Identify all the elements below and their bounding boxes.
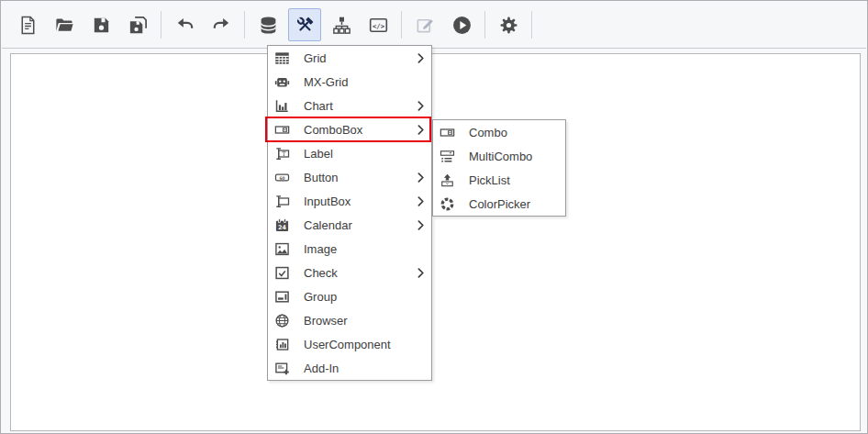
menu-item-label: Group	[304, 290, 425, 304]
chevron-right-icon	[417, 172, 425, 183]
menu-item-label: Chart	[304, 99, 417, 113]
database-icon	[258, 15, 279, 36]
menu-item-label: Grid	[304, 51, 417, 65]
group-icon	[273, 289, 290, 305]
chevron-right-icon	[417, 125, 425, 135]
menu-item-chart[interactable]: Chart	[268, 94, 431, 117]
svg-text:T: T	[282, 150, 286, 158]
browser-icon	[273, 313, 290, 328]
open-folder-button[interactable]	[48, 8, 81, 41]
save-icon	[91, 15, 112, 36]
grid-icon	[273, 50, 290, 66]
edit-button	[408, 8, 441, 41]
submenu-item-label: Combo	[469, 126, 559, 139]
sitemap-icon	[331, 15, 352, 36]
combo-icon	[439, 125, 455, 140]
toolbar-separator	[531, 11, 532, 39]
open-folder-icon	[54, 15, 75, 36]
menu-item-label: InputBox	[304, 195, 417, 208]
menu-item-label: Button	[304, 171, 417, 184]
svg-text:24: 24	[278, 223, 286, 230]
menu-item-inputbox[interactable]: InputBox	[268, 189, 431, 213]
menu-item-label: Check	[304, 266, 417, 280]
toolbar-separator	[161, 11, 161, 39]
undo-button[interactable]	[168, 8, 201, 41]
menu-item-label: UserComponent	[304, 338, 425, 351]
menu-item-label: Label	[304, 147, 425, 161]
addin-icon	[273, 361, 290, 376]
chevron-right-icon	[417, 220, 425, 230]
svg-text:</>: </>	[373, 21, 385, 29]
menu-item-image[interactable]: Image	[268, 237, 431, 261]
toolbar-separator	[401, 11, 402, 39]
menu-item-button[interactable]: GOButton	[268, 165, 431, 189]
undo-icon	[174, 15, 195, 36]
picklist-icon	[439, 172, 455, 188]
submenu-item-multicombo[interactable]: MultiCombo	[433, 144, 565, 168]
combobox-icon	[273, 122, 290, 138]
check-icon	[273, 265, 290, 281]
menu-item-calendar[interactable]: 24Calendar	[268, 213, 431, 237]
menu-item-combobox[interactable]: ComboBox	[268, 117, 431, 141]
new-file-icon	[17, 15, 39, 36]
menu-item-label: Calendar	[304, 218, 417, 232]
design-canvas[interactable]	[10, 53, 861, 431]
menu-item-label: Browser	[304, 314, 425, 328]
mx-grid-icon	[273, 74, 290, 90]
chevron-right-icon	[417, 53, 425, 63]
submenu-item-picklist[interactable]: PickList	[433, 168, 565, 192]
tools-button[interactable]	[288, 8, 321, 41]
multicombo-icon	[439, 149, 455, 164]
menu-item-add-in[interactable]: Add-In	[268, 356, 431, 380]
button-icon: GO	[273, 170, 290, 185]
save-button[interactable]	[84, 8, 117, 41]
menu-item-usercomponent[interactable]: UserComponent	[268, 332, 431, 356]
run-button[interactable]	[445, 8, 478, 41]
usercomponent-icon	[273, 337, 290, 352]
submenu-item-colorpicker[interactable]: ColorPicker	[433, 192, 565, 216]
inputbox-icon	[273, 194, 290, 209]
app-window: </> GridMX-GridChartComboBoxTLabelGOButt…	[0, 0, 868, 434]
component-menu: GridMX-GridChartComboBoxTLabelGOButtonIn…	[267, 45, 432, 381]
submenu-item-label: ColorPicker	[469, 197, 559, 211]
menu-item-grid[interactable]: Grid	[268, 46, 431, 70]
edit-icon	[415, 15, 436, 36]
svg-text:GO: GO	[279, 174, 284, 180]
database-button[interactable]	[251, 8, 284, 41]
save-all-button[interactable]	[121, 8, 154, 41]
chart-icon	[273, 98, 290, 114]
new-file-button[interactable]	[11, 8, 44, 41]
label-icon: T	[273, 146, 290, 161]
chevron-right-icon	[417, 196, 425, 206]
combobox-submenu: ComboMultiComboPickListColorPicker	[432, 119, 566, 217]
submenu-item-combo[interactable]: Combo	[433, 120, 565, 144]
menu-item-mx-grid[interactable]: MX-Grid	[268, 70, 431, 94]
redo-button[interactable]	[205, 8, 238, 41]
menu-item-label: ComboBox	[304, 123, 417, 137]
sitemap-button[interactable]	[325, 8, 358, 41]
redo-icon	[211, 15, 232, 36]
submenu-item-label: MultiCombo	[469, 150, 559, 163]
toolbar-separator	[484, 11, 485, 39]
menu-item-check[interactable]: Check	[268, 261, 431, 284]
code-icon: </>	[368, 15, 389, 36]
menu-item-label: MX-Grid	[304, 75, 425, 89]
toolbar: </>	[2, 2, 866, 49]
menu-item-label: Add-In	[304, 362, 425, 375]
menu-item-group[interactable]: Group	[268, 284, 431, 308]
menu-item-label[interactable]: TLabel	[268, 141, 431, 165]
menu-item-browser[interactable]: Browser	[268, 308, 431, 332]
menu-item-label: Image	[304, 242, 425, 256]
colorpicker-icon	[439, 196, 455, 212]
submenu-item-label: PickList	[469, 173, 559, 187]
code-button[interactable]: </>	[362, 8, 395, 41]
save-all-icon	[128, 15, 149, 36]
image-icon	[273, 241, 290, 257]
run-icon	[451, 15, 473, 36]
toolbar-separator	[244, 11, 245, 39]
settings-icon	[498, 15, 519, 36]
chevron-right-icon	[417, 101, 425, 111]
tools-icon	[295, 15, 316, 36]
settings-button[interactable]	[492, 8, 525, 41]
calendar-icon: 24	[273, 217, 290, 233]
